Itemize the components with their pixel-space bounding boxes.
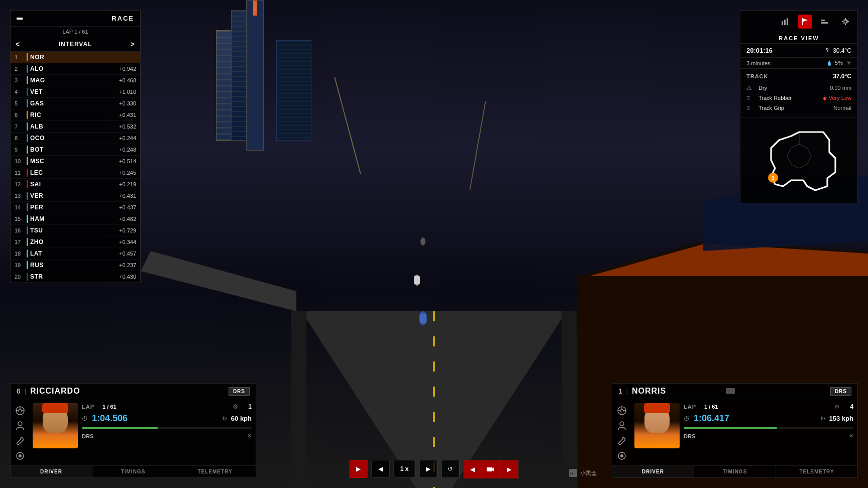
driver-code: SAI bbox=[30, 181, 108, 188]
driver-row: 14 PER +0.437 bbox=[11, 202, 140, 213]
left-gear-value: 1 bbox=[248, 403, 252, 410]
left-tab-driver[interactable]: DRIVER bbox=[11, 466, 92, 477]
svg-point-27 bbox=[826, 48, 828, 50]
car-far2 bbox=[419, 236, 427, 247]
driver-code: VER bbox=[30, 192, 108, 199]
flag-view-btn[interactable] bbox=[798, 15, 812, 29]
chart-view-btn[interactable] bbox=[778, 15, 792, 29]
driver-row: 15 HAM +0.482 bbox=[11, 213, 140, 225]
left-telem-data: LAP 1 / 61 ⚙ 1 ⏱ 1:04.506 ↻ 60 kph DRS ✕ bbox=[82, 403, 252, 461]
right-drs-close[interactable]: ✕ bbox=[849, 433, 853, 439]
left-telem-icons bbox=[15, 403, 29, 461]
lap-info: LAP 1 / 61 bbox=[11, 27, 140, 37]
right-tab-timings[interactable]: TIMINGS bbox=[694, 466, 776, 477]
wrench-icon bbox=[15, 435, 26, 446]
dry-value: 0.00 mm bbox=[830, 85, 851, 91]
grip-icon: ≡ bbox=[746, 104, 754, 111]
svg-rect-24 bbox=[845, 24, 846, 25]
driver-position: 8 bbox=[15, 135, 25, 141]
team-color-indicator bbox=[27, 134, 28, 142]
driver-code: RIC bbox=[30, 111, 108, 118]
team-color-indicator bbox=[27, 273, 28, 281]
next-speed-btn[interactable]: ▶ bbox=[419, 460, 437, 478]
left-driver-pos: 6 bbox=[17, 387, 21, 395]
driver-position: 10 bbox=[15, 158, 25, 164]
right-driver-photo bbox=[634, 403, 680, 448]
view-controls bbox=[740, 11, 857, 33]
left-lap-label: LAP bbox=[82, 404, 94, 410]
left-tab-telemetry[interactable]: TELEMETRY bbox=[174, 466, 256, 477]
prev-speed-btn[interactable]: ◀ bbox=[372, 460, 390, 478]
svg-rect-14 bbox=[782, 21, 783, 25]
right-wrench-icon bbox=[616, 435, 627, 446]
svg-rect-44 bbox=[487, 467, 492, 471]
driver-interval: +0.245 bbox=[108, 170, 136, 176]
driver-code: RUS bbox=[30, 262, 108, 269]
interval-next[interactable]: > bbox=[131, 40, 135, 48]
cam-prev-btn[interactable]: ◀ bbox=[464, 460, 482, 478]
right-progress-bar bbox=[684, 427, 853, 429]
steering-icon bbox=[15, 405, 26, 416]
driver-interval: +0.430 bbox=[108, 274, 136, 280]
cam-icon-btn[interactable] bbox=[482, 460, 500, 478]
driver-code: TSU bbox=[30, 227, 108, 234]
driver-position: 6 bbox=[15, 112, 25, 118]
driver-row: 18 LAT +0.457 bbox=[11, 248, 140, 260]
team-color-indicator bbox=[27, 111, 28, 119]
svg-point-21 bbox=[844, 20, 847, 23]
driver-interval: +0.219 bbox=[108, 181, 136, 187]
left-spin-icon: ↻ bbox=[222, 415, 227, 422]
driver-row: 13 VER +0.431 bbox=[11, 190, 140, 202]
svg-marker-7 bbox=[141, 251, 296, 311]
left-tab-timings[interactable]: TIMINGS bbox=[92, 466, 174, 477]
interval-prev[interactable]: < bbox=[16, 40, 20, 48]
left-telem-header: 6 | RICCIARDO DRS bbox=[11, 384, 256, 399]
team-color-indicator bbox=[27, 123, 28, 131]
driver-list: 1 NOR - 2 ALO +0.942 3 MAG +0.468 4 VET … bbox=[11, 52, 140, 283]
left-telemetry-panel: 6 | RICCIARDO DRS bbox=[10, 383, 256, 478]
driver-code: NOR bbox=[30, 54, 108, 61]
driver-row: 20 STR +0.430 bbox=[11, 271, 140, 283]
f1-logo bbox=[17, 18, 23, 20]
settings-btn[interactable] bbox=[838, 15, 852, 29]
svg-point-35 bbox=[19, 454, 22, 457]
team-color-indicator bbox=[27, 65, 28, 73]
dry-label: Dry bbox=[758, 85, 830, 91]
right-tab-telemetry[interactable]: TELEMETRY bbox=[776, 466, 857, 477]
right-telem-body: LAP 1 / 61 ⚙ 4 ⏱ 1:06.417 ↻ 153 kph DRS … bbox=[612, 399, 857, 465]
svg-marker-18 bbox=[803, 19, 808, 22]
right-lap-row: LAP 1 / 61 ⚙ 4 bbox=[684, 403, 853, 410]
right-lap-label: LAP bbox=[684, 404, 696, 410]
driver-row: 1 NOR - bbox=[11, 52, 140, 63]
rewind-btn[interactable]: ↺ bbox=[441, 460, 459, 478]
track-dry-row: ⚠ Dry 0.00 mm bbox=[746, 83, 851, 93]
race-time: 20:01:16 bbox=[746, 47, 773, 54]
track-rubber-row: ≡ Track Rubber ◆ Very Low bbox=[746, 93, 851, 103]
driver-code: BOT bbox=[30, 146, 108, 153]
svg-point-43 bbox=[620, 454, 623, 457]
left-drs-close[interactable]: ✕ bbox=[247, 433, 252, 439]
cam-next-btn[interactable]: ▶ bbox=[500, 460, 518, 478]
watermark: H 小黑盒 bbox=[568, 468, 597, 478]
driver-code: VET bbox=[30, 88, 108, 95]
driver-row: 9 BOT +0.248 bbox=[11, 144, 140, 156]
right-timer-icon: ⏱ bbox=[684, 415, 690, 422]
bar-view-btn[interactable] bbox=[818, 15, 832, 29]
interval-nav: < INTERVAL > bbox=[11, 37, 140, 52]
right-tab-driver[interactable]: DRIVER bbox=[612, 466, 694, 477]
rubber-icon: ≡ bbox=[746, 94, 754, 101]
svg-rect-15 bbox=[784, 20, 786, 25]
driver-position: 13 bbox=[15, 193, 25, 199]
driver-row: 8 OCO +0.244 bbox=[11, 133, 140, 144]
driver-position: 11 bbox=[15, 170, 25, 176]
team-color-indicator bbox=[27, 261, 28, 269]
rain-chance: 5% ☀ bbox=[827, 60, 851, 66]
driver-row: 12 SAI +0.219 bbox=[11, 179, 140, 190]
svg-marker-45 bbox=[492, 467, 494, 471]
race-info-panel: RACE VIEW 20:01:16 30.4°C 3 minutes 5% ☀… bbox=[740, 10, 858, 203]
driver-code: HAM bbox=[30, 215, 108, 222]
team-color-indicator bbox=[27, 250, 28, 258]
driver-interval: +0.244 bbox=[108, 135, 136, 141]
team-color-indicator bbox=[27, 53, 28, 61]
play-btn[interactable]: ▶ bbox=[350, 460, 368, 478]
